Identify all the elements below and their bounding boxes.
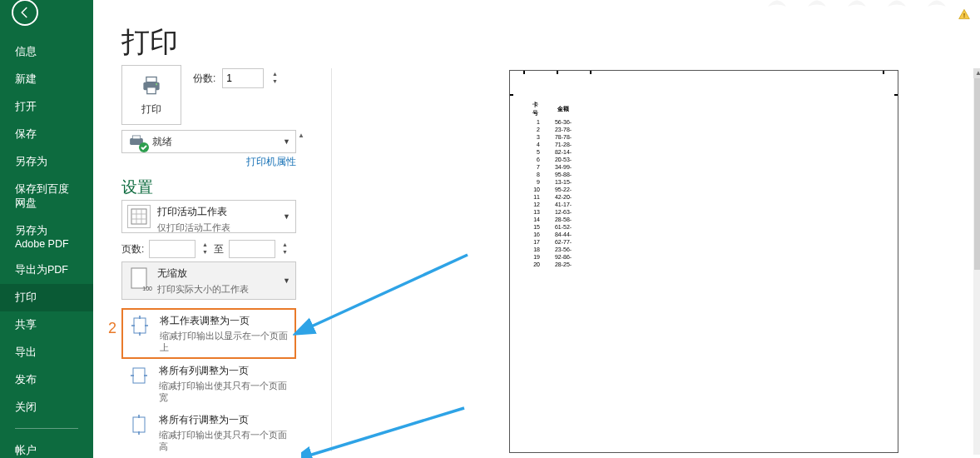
step-2-marker: 2 [108, 320, 116, 337]
svg-rect-8 [131, 209, 146, 224]
svg-point-5 [156, 83, 157, 85]
table-row: 1142-20- [527, 194, 582, 200]
table-row: 1823-56- [527, 246, 582, 252]
decorative-banner [767, 0, 947, 8]
scale-option-title: 将所有行调整为一页 [159, 413, 290, 427]
table-row: 1561-52- [527, 224, 582, 230]
svg-text:!: ! [963, 12, 966, 19]
sidebar-item[interactable]: 导出为PDF [0, 256, 93, 284]
settings-scrollbar[interactable]: ▲ [296, 132, 306, 456]
scale-option[interactable]: 将所有列调整为一页缩减打印输出使其只有一个页面宽 [121, 359, 296, 408]
sidebar-item[interactable]: 打开 [0, 93, 93, 121]
table-row: 471-28- [527, 142, 582, 147]
table-row: 1095-22- [527, 187, 582, 192]
table-row: 378-78- [527, 134, 582, 140]
scaling-dropdown[interactable]: 100 无缩放 打印实际大小的工作表 ▼ [121, 261, 296, 300]
table-row: 895-88- [527, 172, 582, 177]
copies-label: 份数: [193, 72, 215, 86]
table-row: 913-15- [527, 179, 582, 185]
svg-rect-2 [146, 77, 156, 82]
sidebar-item[interactable]: 保存到百度网盘 [0, 176, 93, 217]
print-what-title: 打印活动工作表 [157, 205, 230, 219]
settings-divider [331, 68, 332, 451]
sidebar-item[interactable]: 另存为 Adobe PDF [0, 217, 93, 256]
sidebar-item[interactable]: 信息 [0, 38, 93, 66]
sidebar-separator [15, 428, 78, 429]
printer-status-text: 就绪 [152, 135, 172, 149]
scroll-up-icon[interactable]: ▲ [973, 68, 980, 78]
table-row: 1241-17- [527, 202, 582, 207]
scale-option-icon [127, 413, 151, 436]
preview-scrollbar[interactable]: ▲ [973, 68, 980, 455]
printer-selector[interactable]: 就绪 ▼ [121, 130, 296, 153]
annotation-arrow-1 [293, 250, 476, 341]
table-row: 1428-58- [527, 217, 582, 222]
backstage-sidebar: 信息新建打开保存另存为保存到百度网盘另存为 Adobe PDF导出为PDF打印共… [0, 0, 93, 458]
page-from-up[interactable]: ▲ [200, 241, 209, 249]
scrollbar-thumb[interactable] [974, 78, 980, 270]
print-preview: 卡号金额 156-36-223-78-378-78-471-28-582-14-… [509, 70, 898, 453]
page-from-input[interactable] [149, 240, 196, 258]
svg-rect-12 [133, 417, 145, 432]
sidebar-item[interactable]: 共享 [0, 311, 93, 339]
page-from-down[interactable]: ▼ [200, 249, 209, 256]
status-ok-icon [139, 142, 149, 152]
sidebar-item[interactable]: 保存 [0, 121, 93, 148]
table-row: 1312-63- [527, 209, 582, 215]
scale-option-title: 将工作表调整为一页 [160, 314, 290, 328]
sidebar-item[interactable]: 另存为 [0, 148, 93, 176]
scale-option-sub: 缩减打印输出使其只有一个页面宽 [159, 380, 290, 403]
scale-option-sub: 缩减打印输出使其只有一个页面高 [159, 429, 290, 452]
arrow-left-icon [17, 5, 32, 20]
copies-input[interactable] [222, 68, 264, 88]
pages-label: 页数: [121, 242, 144, 256]
scale-option-sub: 缩减打印输出以显示在一个页面上 [160, 330, 290, 353]
table-row: 156-36- [527, 119, 582, 125]
chevron-down-icon: ▼ [283, 212, 290, 221]
copies-up[interactable]: ▲ [270, 71, 279, 78]
table-row: 1762-77- [527, 239, 582, 245]
chevron-down-icon: ▼ [283, 276, 290, 285]
page-to-up[interactable]: ▲ [280, 241, 289, 249]
sheet-grid-icon [127, 205, 151, 228]
print-what-sub: 仅打印活动工作表 [157, 222, 230, 233]
warning-icon: ! [958, 8, 970, 20]
scale-100-icon: 100 [127, 266, 151, 290]
table-row: 620-53- [527, 157, 582, 162]
sidebar-item[interactable]: 关闭 [0, 394, 93, 421]
chevron-down-icon: ▼ [283, 137, 290, 146]
scale-option[interactable]: 将工作表调整为一页缩减打印输出以显示在一个页面上 [121, 308, 296, 359]
print-button[interactable]: 打印 [121, 65, 181, 125]
sidebar-item[interactable]: 发布 [0, 366, 93, 394]
page-to-input[interactable] [229, 240, 275, 258]
printer-properties-link[interactable]: 打印机属性 [246, 156, 296, 167]
back-button[interactable] [12, 0, 38, 26]
scroll-up-icon[interactable]: ▲ [296, 132, 306, 140]
printer-icon [140, 74, 163, 97]
svg-rect-11 [133, 368, 145, 383]
annotation-arrow-2 [301, 406, 484, 458]
table-row: 734-99- [527, 164, 582, 170]
noscale-title: 无缩放 [157, 266, 249, 281]
print-what-dropdown[interactable]: 打印活动工作表 仅打印活动工作表 ▼ [121, 200, 296, 233]
sidebar-item[interactable]: 帐户 [0, 437, 93, 458]
sidebar-item[interactable]: 新建 [0, 66, 93, 93]
copies-down[interactable]: ▼ [270, 78, 279, 86]
table-row: 223-78- [527, 127, 582, 132]
noscale-sub: 打印实际大小的工作表 [157, 283, 249, 295]
page-to-down[interactable]: ▼ [280, 249, 289, 256]
pages-to-label: 至 [214, 242, 224, 256]
svg-rect-10 [134, 318, 146, 333]
print-button-label: 打印 [141, 102, 161, 117]
table-row: 1992-86- [527, 254, 582, 260]
scale-option-icon [128, 314, 151, 337]
scale-option-icon [127, 364, 151, 387]
printer-status-icon [127, 134, 146, 149]
main-content: ! 打印 打印 份数: ▲ ▼ 就绪 ▼ [93, 0, 980, 458]
svg-line-14 [306, 408, 464, 456]
sidebar-item[interactable]: 打印 [0, 284, 93, 311]
sidebar-item[interactable]: 导出 [0, 339, 93, 366]
scale-option[interactable]: 将所有行调整为一页缩减打印输出使其只有一个页面高 [121, 408, 296, 457]
scale-option-title: 将所有列调整为一页 [159, 364, 290, 378]
table-row: 1684-44- [527, 231, 582, 237]
